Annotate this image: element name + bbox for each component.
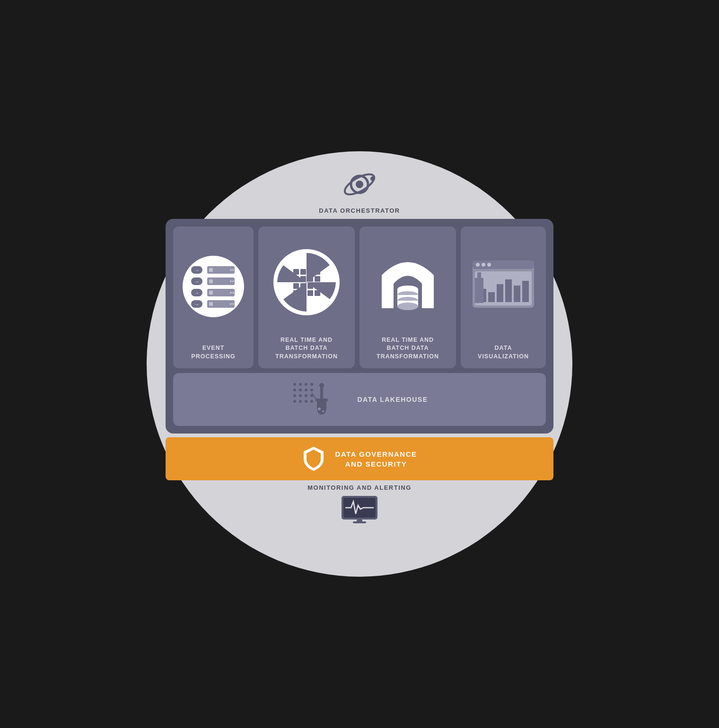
transform2-label: REAL TIME AND BATCH DATA TRANSFORMATION [377, 336, 439, 361]
svg-point-27 [232, 303, 234, 305]
event-processing-card: → → → → [173, 226, 254, 368]
shield-icon [302, 446, 325, 472]
svg-point-1 [356, 181, 363, 188]
transform2-icon-area [367, 234, 448, 330]
svg-point-67 [299, 383, 302, 386]
svg-rect-60 [497, 284, 503, 302]
svg-point-75 [299, 394, 302, 397]
svg-point-80 [305, 400, 307, 403]
svg-rect-59 [488, 292, 495, 302]
svg-point-73 [310, 389, 313, 391]
svg-rect-64 [475, 278, 483, 303]
svg-rect-43 [307, 290, 313, 296]
svg-rect-65 [477, 272, 481, 278]
svg-point-54 [476, 263, 480, 267]
svg-rect-84 [316, 399, 328, 401]
svg-rect-36 [315, 276, 320, 282]
svg-rect-63 [522, 281, 529, 302]
transform1-card: REAL TIME AND BATCH DATA TRANSFORMATION [258, 226, 355, 368]
transform1-icon [269, 244, 344, 320]
svg-point-83 [319, 383, 324, 388]
monitoring-icon [341, 495, 378, 523]
svg-rect-30 [300, 269, 306, 275]
visualization-icon [470, 258, 536, 315]
svg-point-74 [293, 394, 296, 397]
main-panel: → → → → [166, 219, 553, 433]
svg-point-19 [232, 280, 234, 282]
transform2-icon [372, 247, 443, 318]
svg-point-79 [299, 400, 302, 403]
svg-text:→: → [194, 290, 199, 295]
event-processing-icon: → → → → [187, 260, 239, 312]
svg-rect-42 [300, 290, 306, 296]
svg-rect-33 [293, 276, 299, 282]
svg-rect-25 [209, 302, 213, 306]
svg-point-26 [230, 303, 232, 305]
svg-point-15 [232, 269, 234, 271]
orchestrator-label: DATA ORCHESTRATOR [319, 207, 400, 214]
monitoring-section: MONITORING AND ALERTING [307, 484, 412, 523]
lakehouse-icon [291, 381, 348, 418]
svg-point-51 [397, 303, 418, 310]
svg-rect-31 [307, 269, 313, 275]
svg-point-22 [230, 292, 232, 294]
orchestrator-section: DATA ORCHESTRATOR [319, 165, 400, 214]
event-icon-container: → → → → [183, 256, 244, 317]
svg-rect-13 [209, 268, 213, 272]
svg-point-3 [370, 176, 375, 181]
svg-text:→: → [194, 279, 199, 284]
svg-point-56 [487, 263, 491, 267]
svg-rect-39 [307, 283, 313, 289]
svg-point-85 [318, 407, 321, 410]
svg-point-14 [230, 269, 232, 271]
svg-rect-37 [293, 283, 299, 289]
svg-point-81 [310, 400, 313, 403]
svg-point-86 [322, 410, 324, 412]
svg-point-68 [305, 383, 307, 386]
transform1-icon-area [266, 234, 347, 330]
svg-rect-32 [315, 269, 320, 275]
governance-label: DATA GOVERNANCE AND SECURITY [335, 449, 417, 469]
svg-rect-40 [315, 283, 320, 289]
svg-rect-29 [293, 269, 299, 275]
svg-point-55 [482, 263, 485, 267]
svg-rect-41 [293, 290, 299, 296]
svg-point-66 [293, 383, 296, 386]
event-icon-area: → → → → [183, 234, 244, 338]
svg-point-78 [293, 400, 296, 403]
transform2-card: REAL TIME AND BATCH DATA TRANSFORMATION [360, 226, 456, 368]
lakehouse-label: DATA LAKEHOUSE [357, 396, 428, 403]
svg-point-69 [310, 383, 313, 386]
svg-rect-91 [353, 521, 366, 523]
orchestrator-icon [341, 165, 378, 203]
svg-point-71 [299, 389, 302, 391]
svg-rect-38 [300, 283, 306, 289]
transform1-label: REAL TIME AND BATCH DATA TRANSFORMATION [275, 336, 338, 361]
svg-point-72 [305, 389, 307, 391]
svg-point-23 [232, 292, 234, 294]
svg-rect-35 [307, 276, 313, 282]
svg-point-18 [230, 280, 232, 282]
viz-icon-area [470, 234, 536, 338]
visualization-label: DATA VISUALIZATION [478, 344, 529, 361]
svg-rect-61 [505, 279, 512, 302]
top-row: → → → → [173, 226, 546, 368]
outer-circle: DATA ORCHESTRATOR → [147, 151, 572, 577]
svg-text:→: → [194, 268, 199, 273]
svg-rect-17 [209, 279, 213, 283]
svg-point-76 [305, 394, 307, 397]
svg-rect-21 [209, 291, 213, 295]
svg-point-70 [293, 389, 296, 391]
governance-bar: DATA GOVERNANCE AND SECURITY [166, 437, 553, 480]
visualization-card: DATA VISUALIZATION [461, 226, 546, 368]
monitoring-label: MONITORING AND ALERTING [307, 484, 412, 491]
lakehouse-row: DATA LAKEHOUSE [173, 373, 546, 426]
svg-rect-34 [300, 276, 306, 282]
svg-rect-44 [315, 290, 320, 296]
svg-rect-62 [514, 286, 520, 302]
svg-text:→: → [194, 302, 199, 307]
event-processing-label: EVENT PROCESSING [191, 344, 235, 361]
